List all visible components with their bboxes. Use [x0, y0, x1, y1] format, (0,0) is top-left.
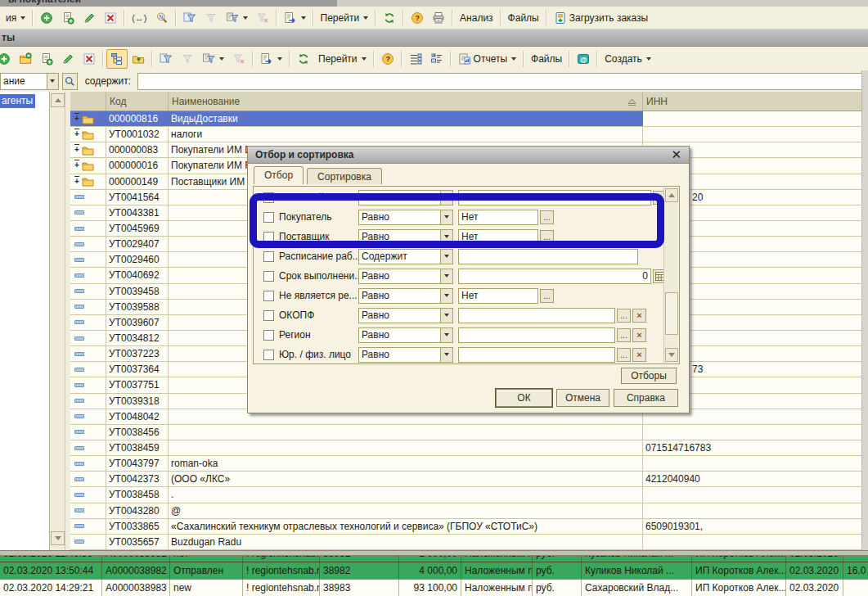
table-row[interactable]: + 000000816 ВидыДоставки: [70, 111, 861, 127]
hierarchy-toggle-button[interactable]: [106, 49, 128, 69]
export-menu-button[interactable]: [256, 49, 286, 69]
expand-icon[interactable]: +: [74, 161, 79, 169]
go-menu-button[interactable]: Перейти: [317, 8, 373, 28]
dropdown-button[interactable]: [440, 269, 452, 283]
new-group-button[interactable]: [15, 49, 36, 69]
calculator-button[interactable]: [653, 269, 663, 283]
ok-button[interactable]: ОК: [496, 389, 552, 407]
ellipsis-button[interactable]: ...: [617, 348, 631, 362]
value-field[interactable]: [458, 347, 615, 363]
filter-row[interactable]: ОКОПФ Равно ... ×: [254, 305, 663, 325]
filter-row[interactable]: Регион Равно ... ×: [254, 325, 663, 345]
ellipsis-button[interactable]: ...: [540, 230, 554, 244]
dropdown-button[interactable]: [440, 230, 452, 244]
search-field-dropdown-button[interactable]: [47, 73, 59, 90]
columns-setup-button[interactable]: [426, 49, 447, 69]
filter-checkbox[interactable]: [263, 271, 274, 282]
value-field[interactable]: [458, 249, 638, 264]
condition-select[interactable]: Равно: [358, 308, 453, 323]
filter-row[interactable]: Срок выполнени... Равно 0 ... ×: [254, 266, 663, 286]
filter-checkbox[interactable]: [263, 330, 274, 341]
delete-button[interactable]: [79, 49, 100, 69]
filter-menu-button[interactable]: [198, 49, 228, 69]
table-row[interactable]: + УТ0038459 071514716783: [70, 440, 861, 456]
value-field[interactable]: 0: [458, 269, 651, 284]
filter-clear-button[interactable]: [252, 8, 273, 28]
filter-settings-button[interactable]: [155, 49, 177, 69]
analysis-button[interactable]: Анализ: [456, 8, 497, 28]
filter-checkbox[interactable]: [263, 291, 274, 301]
help-button[interactable]: ?: [377, 49, 398, 69]
header-code[interactable]: Код: [106, 92, 169, 111]
tree-item-counterparties[interactable]: агенты: [0, 94, 35, 108]
dropdown-button[interactable]: [440, 348, 452, 362]
column-width-button[interactable]: (↔): [128, 8, 151, 28]
search-button[interactable]: [62, 73, 78, 90]
condition-select[interactable]: Равно: [358, 288, 453, 304]
table-row[interactable]: + УТ0035657 Buzdugan Radu: [70, 535, 861, 550]
add-button[interactable]: [0, 49, 15, 69]
ellipsis-button[interactable]: ...: [617, 309, 631, 323]
condition-select[interactable]: Равно: [358, 347, 453, 363]
edit-button[interactable]: [57, 49, 79, 69]
table-row[interactable]: + УТ0001032 налоги: [70, 127, 861, 142]
clear-button[interactable]: ×: [632, 309, 646, 323]
order-row[interactable]: 02.03.2020 11:46:36 А0000038981 нет ! re…: [0, 556, 868, 562]
actions-menu-button[interactable]: ия: [2, 8, 29, 28]
condition-select[interactable]: Равно: [358, 269, 453, 284]
value-field[interactable]: [458, 190, 651, 205]
dropdown-button[interactable]: [440, 328, 452, 342]
scroll-down-button[interactable]: [51, 531, 65, 545]
help-button[interactable]: Справка: [614, 389, 678, 407]
condition-select[interactable]: Равно: [358, 210, 453, 225]
scroll-down-button[interactable]: [665, 348, 678, 362]
search-field-select[interactable]: [0, 73, 47, 90]
groups-tree-panel[interactable]: агенты: [0, 92, 50, 550]
dropdown-button[interactable]: [440, 250, 452, 264]
parent-group-button[interactable]: [128, 49, 149, 69]
condition-select[interactable]: Равно: [358, 229, 453, 245]
clear-button[interactable]: ×: [632, 348, 646, 362]
refresh-button[interactable]: [293, 49, 314, 69]
table-row[interactable]: + УТ0038456: [70, 425, 861, 440]
refresh-button[interactable]: [379, 8, 400, 28]
tab-sort[interactable]: Сортировка: [307, 168, 382, 184]
dropdown-button[interactable]: [440, 289, 452, 303]
filter-menu-button[interactable]: [222, 8, 252, 28]
tree-scrollbar[interactable]: [50, 92, 65, 550]
dropdown-button[interactable]: [440, 309, 452, 323]
ellipsis-button[interactable]: ...: [617, 328, 631, 342]
filter-row[interactable]: Не является ре... Равно Нет ... ×: [254, 286, 663, 305]
filter-row[interactable]: Расписание раб... Содержит ... ×: [254, 246, 663, 266]
filter-checkbox[interactable]: [263, 212, 274, 223]
copy-button[interactable]: [57, 8, 79, 28]
contains-input[interactable]: [137, 73, 868, 90]
scroll-up-button[interactable]: [51, 93, 65, 107]
find-button[interactable]: N: [151, 8, 173, 28]
order-row[interactable]: 02.03.2020 13:50:44 А0000038982 Отправле…: [0, 562, 868, 579]
value-field[interactable]: [458, 327, 615, 343]
condition-select[interactable]: Содержит: [358, 249, 453, 264]
header-name[interactable]: Наименование: [169, 92, 643, 111]
files-button[interactable]: Файлы: [504, 8, 543, 28]
expand-icon[interactable]: +: [74, 146, 79, 154]
filter-row[interactable]: Основной мене... Равно ... ×: [254, 187, 663, 207]
value-field[interactable]: Нет: [458, 210, 538, 225]
close-icon[interactable]: ✕: [671, 149, 681, 160]
reports-menu-button[interactable]: Отчеты: [454, 49, 520, 69]
ellipsis-button[interactable]: ...: [540, 289, 554, 303]
header-inn[interactable]: ИНН: [643, 92, 861, 111]
table-row[interactable]: + УТ0033865 «Сахалинский техникум отрасл…: [70, 519, 861, 535]
horizontal-splitter[interactable]: [0, 550, 868, 556]
ellipsis-button[interactable]: ...: [540, 210, 554, 224]
condition-select[interactable]: Равно: [358, 190, 453, 205]
email-button[interactable]: @: [573, 49, 594, 69]
clear-button[interactable]: ×: [632, 328, 646, 342]
filter-checkbox[interactable]: [263, 350, 274, 360]
value-field[interactable]: Нет: [458, 288, 538, 304]
table-row[interactable]: + УТ0043797 roman-oka: [70, 456, 861, 472]
edit-button[interactable]: [79, 8, 100, 28]
export-menu-button[interactable]: [280, 8, 310, 28]
filter-clear-button[interactable]: [228, 49, 250, 69]
delete-button[interactable]: [100, 8, 121, 28]
